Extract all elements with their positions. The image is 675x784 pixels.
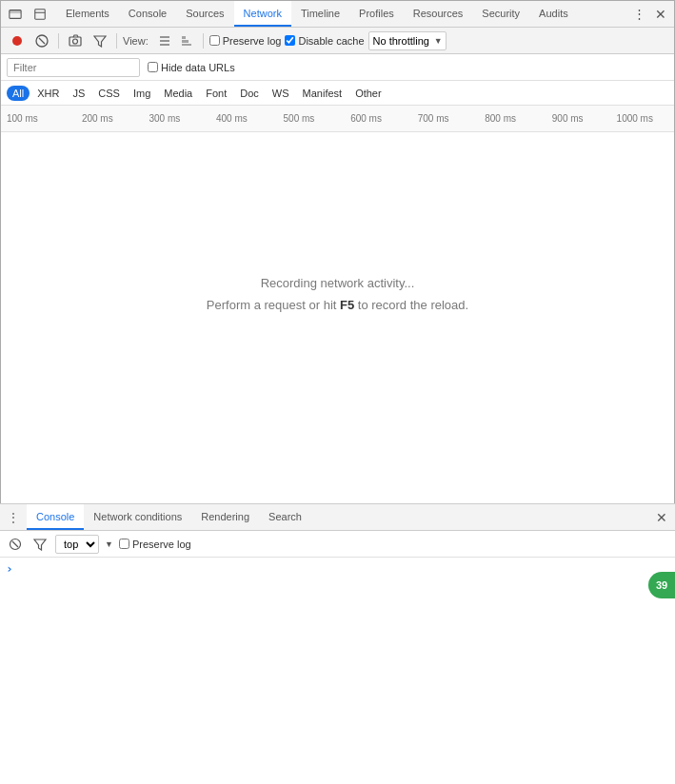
console-clear-button[interactable] (6, 535, 25, 554)
time-marker-100: 100 ms (7, 113, 64, 124)
svg-rect-15 (182, 44, 191, 46)
time-marker-400: 400 ms (198, 113, 266, 124)
separator2 (116, 33, 117, 49)
type-tab-doc[interactable]: Doc (234, 86, 265, 101)
filter-input[interactable] (7, 58, 140, 77)
hide-data-urls-label[interactable]: Hide data URLs (148, 62, 235, 73)
hide-data-urls-checkbox[interactable] (148, 62, 158, 72)
context-selector[interactable]: top (55, 535, 99, 554)
type-tab-xhr[interactable]: XHR (31, 86, 65, 101)
bottom-tab-network-conditions[interactable]: Network conditions (84, 504, 191, 530)
shortcut-key: F5 (340, 298, 354, 312)
bottom-tab-search[interactable]: Search (259, 504, 311, 530)
svg-marker-9 (94, 36, 106, 47)
more-tabs-icon[interactable]: ⋮ (628, 4, 649, 25)
time-marker-900: 900 ms (534, 113, 602, 124)
prompt-arrow-icon: › (6, 561, 13, 576)
tab-resources[interactable]: Resources (404, 1, 473, 27)
instruction-text: Perform a request or hit (207, 298, 340, 312)
bottom-tab-rendering[interactable]: Rendering (191, 504, 259, 530)
devtools-top-bar: Elements Console Sources Network Timelin… (1, 1, 674, 28)
tab-console[interactable]: Console (119, 1, 176, 27)
filter-button[interactable] (89, 30, 110, 51)
time-marker-300: 300 ms (131, 113, 199, 124)
notification-badge[interactable]: 39 (648, 572, 675, 598)
type-tab-media[interactable]: Media (158, 86, 198, 101)
type-tab-ws[interactable]: WS (267, 86, 295, 101)
bottom-tab-console[interactable]: Console (27, 504, 84, 530)
type-tab-manifest[interactable]: Manifest (297, 86, 348, 101)
preserve-log-checkbox-label[interactable]: Preserve log (209, 35, 282, 47)
svg-rect-13 (182, 36, 186, 39)
preserve-log-text: Preserve log (223, 35, 282, 47)
disable-cache-checkbox-label[interactable]: Disable cache (285, 35, 364, 47)
svg-marker-18 (34, 539, 46, 550)
filter-row: Hide data URLs (1, 54, 674, 81)
clear-button[interactable] (31, 30, 52, 51)
timeline-header: 100 ms 200 ms 300 ms 400 ms 500 ms 600 m… (1, 106, 674, 132)
tab-profiles[interactable]: Profiles (349, 1, 404, 27)
instruction-line: Perform a request or hit F5 to record th… (207, 294, 468, 316)
svg-rect-2 (35, 9, 46, 19)
main-tab-list: Elements Console Sources Network Timelin… (56, 1, 628, 27)
record-button[interactable] (7, 30, 28, 51)
view-label: View: (123, 35, 149, 47)
network-toolbar: View: Preserve log Disable cache No thro… (1, 28, 674, 54)
svg-rect-1 (10, 10, 21, 13)
tab-timeline[interactable]: Timeline (291, 1, 349, 27)
console-filter-icon[interactable] (30, 535, 50, 554)
type-tab-css[interactable]: CSS (92, 86, 126, 101)
instruction-text2: to record the reload. (354, 298, 468, 312)
tab-audits[interactable]: Audits (529, 1, 578, 27)
camera-button[interactable] (65, 30, 86, 51)
tab-network[interactable]: Network (234, 1, 291, 27)
preserve-log-checkbox[interactable] (209, 35, 220, 46)
type-tab-other[interactable]: Other (349, 86, 387, 101)
console-area: › (0, 558, 675, 579)
type-tab-font[interactable]: Font (200, 86, 232, 101)
throttle-select[interactable]: No throttling Fast 3G Slow 3G Offline (368, 31, 447, 50)
svg-point-8 (73, 39, 78, 44)
view-icons (154, 30, 197, 51)
bottom-tab-bar: ⋮ Console Network conditions Rendering S… (0, 504, 675, 531)
time-marker-200: 200 ms (64, 113, 131, 124)
waterfall-view-button[interactable] (176, 30, 197, 51)
console-preserve-log-checkbox[interactable] (119, 539, 129, 549)
svg-rect-14 (182, 40, 189, 43)
time-marker-500: 500 ms (266, 113, 333, 124)
recording-text: Recording network activity... (261, 272, 415, 294)
console-preserve-log-label[interactable]: Preserve log (119, 539, 191, 550)
svg-point-4 (12, 36, 22, 46)
tab-security[interactable]: Security (472, 1, 529, 27)
disable-cache-checkbox[interactable] (285, 35, 295, 46)
network-empty-state: Recording network activity... Perform a … (1, 132, 674, 456)
separator (58, 33, 59, 49)
devtools-controls (5, 4, 50, 25)
console-toolbar: top ▼ Preserve log (0, 531, 675, 558)
type-tab-js[interactable]: JS (67, 86, 90, 101)
svg-line-17 (12, 541, 18, 547)
tab-sources[interactable]: Sources (176, 1, 233, 27)
tab-elements[interactable]: Elements (56, 1, 119, 27)
svg-rect-7 (69, 37, 81, 46)
type-tab-all[interactable]: All (7, 86, 30, 101)
bottom-more-icon[interactable]: ⋮ (4, 508, 23, 527)
svg-line-6 (39, 38, 45, 44)
bottom-panel-close-button[interactable]: ✕ (652, 508, 671, 527)
throttle-wrapper: No throttling Fast 3G Slow 3G Offline ▼ (368, 31, 447, 50)
disable-cache-text: Disable cache (298, 35, 364, 47)
console-preserve-log-text: Preserve log (132, 539, 191, 550)
type-tab-img[interactable]: Img (128, 86, 156, 101)
context-dropdown-arrow: ▼ (105, 539, 113, 549)
time-marker-1000: 1000 ms (602, 113, 669, 124)
bottom-panel: ⋮ Console Network conditions Rendering S… (0, 503, 675, 784)
dock-icon[interactable] (5, 4, 26, 25)
hide-data-urls-text: Hide data URLs (161, 62, 235, 73)
undock-icon[interactable] (30, 4, 50, 25)
close-devtools-button[interactable]: ✕ (651, 5, 670, 24)
tab-more-area: ⋮ ✕ (628, 4, 670, 25)
console-prompt[interactable]: › (6, 561, 669, 576)
time-marker-800: 800 ms (467, 113, 534, 124)
time-marker-700: 700 ms (400, 113, 467, 124)
list-view-button[interactable] (154, 30, 175, 51)
